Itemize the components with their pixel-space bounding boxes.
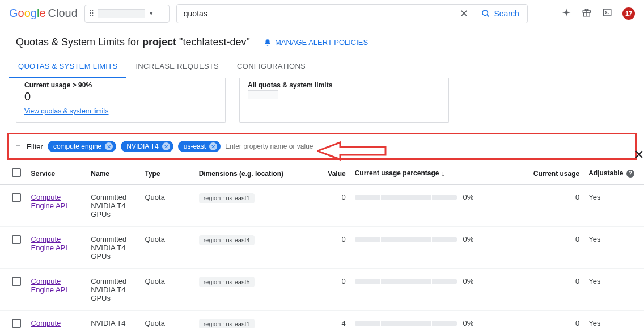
page-title-row: Quotas & System Limits for project "tech… <box>0 27 644 55</box>
clear-all-filters-icon[interactable]: ✕ <box>634 148 644 162</box>
usage-bar <box>355 321 457 326</box>
usage-pct-cell: 0% <box>350 311 488 329</box>
bell-icon <box>264 39 272 47</box>
table-row: Compute Engine API NVIDIA T4 GPUs Quota … <box>0 311 644 329</box>
current-usage: 0 <box>488 269 584 311</box>
col-name[interactable]: Name <box>86 162 140 185</box>
usage-pct-text: 0% <box>463 277 474 285</box>
quota-type: Quota <box>140 269 194 311</box>
help-icon[interactable]: ? <box>626 170 634 178</box>
service-link[interactable]: Compute Engine API <box>31 193 67 210</box>
cloud-shell-icon[interactable] <box>602 7 612 19</box>
search-icon <box>481 9 490 18</box>
table-row: Compute Engine API Committed NVIDIA T4 G… <box>0 227 644 269</box>
quota-name: NVIDIA T4 GPUs <box>86 311 140 329</box>
search-clear-icon[interactable]: ✕ <box>455 7 473 20</box>
gift-icon[interactable] <box>582 7 592 19</box>
col-pct-label: Current usage percentage <box>355 169 439 177</box>
select-all-checkbox[interactable] <box>12 168 21 177</box>
filter-label: Filter <box>27 142 43 151</box>
col-value[interactable]: Value <box>302 162 350 185</box>
table-row: Compute Engine API Committed NVIDIA T4 G… <box>0 269 644 311</box>
usage-bar <box>355 195 457 200</box>
filter-chip-nvidia-t4[interactable]: NVIDIA T4 ✕ <box>121 141 173 152</box>
gemini-icon[interactable] <box>561 7 571 19</box>
usage-pct-text: 0% <box>463 235 474 243</box>
row-checkbox[interactable] <box>12 277 21 286</box>
search-button-label: Search <box>494 9 519 18</box>
col-adj-label: Adjustable <box>588 169 623 177</box>
filter-chip-us-east[interactable]: us-east ✕ <box>178 141 221 152</box>
page-title: Quotas & System Limits for project "tech… <box>16 36 250 48</box>
filter-chip-compute-engine[interactable]: compute engine ✕ <box>48 141 116 152</box>
adjustable-cell: Yes <box>584 269 644 311</box>
header-icons: 17 <box>561 7 635 20</box>
row-checkbox[interactable] <box>12 235 21 244</box>
current-usage: 0 <box>488 227 584 269</box>
service-link[interactable]: Compute Engine API <box>31 277 67 294</box>
project-name-placeholder <box>98 9 145 18</box>
chip-remove-icon[interactable]: ✕ <box>162 142 170 150</box>
tab-increase-requests[interactable]: INCREASE REQUESTS <box>126 55 228 78</box>
summary-cards: Current usage > 90% 0 View quotas & syst… <box>0 78 644 123</box>
chip-label: compute engine <box>53 142 101 150</box>
filter-input[interactable] <box>225 142 630 150</box>
chip-remove-icon[interactable]: ✕ <box>209 142 217 150</box>
col-service[interactable]: Service <box>27 162 87 185</box>
quota-type: Quota <box>140 311 194 329</box>
card2-title: All quotas & system limits <box>248 81 440 89</box>
usage-pct-text: 0% <box>463 193 474 201</box>
logo-cloud-text: Cloud <box>48 7 78 20</box>
sort-desc-icon: ↓ <box>441 169 445 178</box>
search-input[interactable] <box>177 9 456 18</box>
title-prefix: Quotas & System Limits for <box>16 36 142 48</box>
tabs: QUOTAS & SYSTEM LIMITS INCREASE REQUESTS… <box>0 55 644 78</box>
usage-pct-cell: 0% <box>350 269 488 311</box>
col-current-usage[interactable]: Current usage <box>488 162 584 185</box>
col-adjustable[interactable]: Adjustable ? <box>584 162 644 185</box>
tab-quotas[interactable]: QUOTAS & SYSTEM LIMITS <box>9 55 126 78</box>
arrow-icon <box>317 140 391 162</box>
view-quotas-link[interactable]: View quotas & system limits <box>24 107 109 115</box>
col-usage-pct[interactable]: Current usage percentage ↓ <box>350 162 488 185</box>
alert-link-label: MANAGE ALERT POLICIES <box>275 38 368 47</box>
manage-alert-policies-link[interactable]: MANAGE ALERT POLICIES <box>264 38 368 47</box>
col-dimensions[interactable]: Dimensions (e.g. location) <box>194 162 302 185</box>
quota-value: 0 <box>302 227 350 269</box>
row-checkbox[interactable] <box>12 193 21 202</box>
title-project-word: project <box>142 36 176 48</box>
svg-line-1 <box>487 15 489 16</box>
notification-badge[interactable]: 17 <box>622 7 635 20</box>
dimension-pill: region : us-east5 <box>199 277 255 287</box>
filter-icon[interactable] <box>14 142 22 152</box>
card-all-quotas: All quotas & system limits <box>239 78 449 123</box>
tab-configurations[interactable]: CONFIGURATIONS <box>228 55 315 78</box>
adjustable-cell: Yes <box>584 227 644 269</box>
service-link[interactable]: Compute Engine API <box>31 235 67 252</box>
quota-value: 0 <box>302 269 350 311</box>
quotas-table: Service Name Type Dimensions (e.g. locat… <box>0 162 644 328</box>
gcp-logo[interactable]: Google Cloud <box>9 7 78 20</box>
card-usage-over-90: Current usage > 90% 0 View quotas & syst… <box>16 78 226 123</box>
quota-type: Quota <box>140 227 194 269</box>
chip-label: NVIDIA T4 <box>126 142 158 150</box>
row-checkbox[interactable] <box>12 319 21 328</box>
search-button[interactable]: Search <box>473 5 527 23</box>
title-suffix: "techlatest-dev" <box>176 36 250 48</box>
dimension-pill: region : us-east4 <box>199 235 255 245</box>
quota-name: Committed NVIDIA T4 GPUs <box>86 227 140 269</box>
table-row: Compute Engine API Committed NVIDIA T4 G… <box>0 185 644 227</box>
col-type[interactable]: Type <box>140 162 194 185</box>
project-picker[interactable]: ⠿ ▼ <box>84 5 170 23</box>
search-bar: ✕ Search <box>176 4 528 23</box>
chip-remove-icon[interactable]: ✕ <box>105 142 113 150</box>
usage-pct-cell: 0% <box>350 227 488 269</box>
usage-pct-cell: 0% <box>350 185 488 227</box>
quota-value: 4 <box>302 311 350 329</box>
quota-name: Committed NVIDIA T4 GPUs <box>86 185 140 227</box>
service-link[interactable]: Compute Engine API <box>31 319 67 328</box>
svg-point-0 <box>482 10 488 15</box>
dimension-pill: region : us-east1 <box>199 193 255 203</box>
usage-pct-text: 0% <box>463 319 474 327</box>
card2-placeholder <box>248 90 278 99</box>
